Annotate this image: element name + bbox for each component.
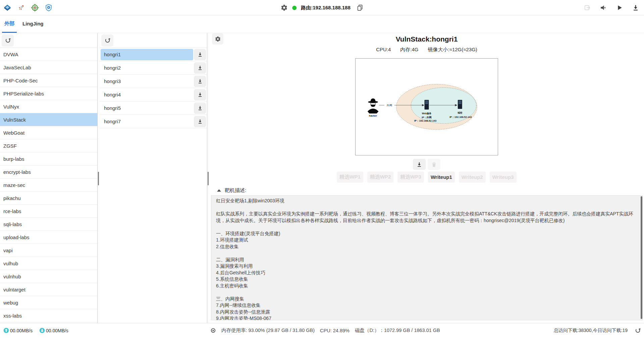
gear-icon[interactable]	[280, 4, 288, 11]
category-list-item[interactable]: upload-labs	[0, 231, 97, 244]
writeup-button[interactable]: 精选WP1	[337, 172, 363, 183]
machine-download-button[interactable]	[194, 49, 206, 60]
category-list-item[interactable]: vapi	[0, 244, 97, 257]
topbar-actions	[584, 4, 644, 11]
tab-item[interactable]: LingJing	[20, 15, 46, 33]
category-list-item[interactable]: pikachu	[0, 192, 97, 205]
machine-panel-header	[100, 33, 207, 48]
machine-download-button[interactable]	[194, 76, 206, 87]
gem-icon[interactable]	[3, 4, 11, 12]
category-list-item[interactable]: WebGoat	[0, 126, 97, 139]
record-eye-icon[interactable]	[210, 328, 216, 333]
writeup-button[interactable]: Writeup3	[490, 172, 517, 183]
machine-item[interactable]: hongri1	[101, 49, 193, 60]
category-label: ZGSF	[3, 143, 17, 149]
tab-label: 外部	[4, 20, 14, 27]
splitter-1	[98, 33, 100, 323]
category-list-item[interactable]: encrypt-labs	[0, 165, 97, 179]
topology-wrap: hacker 外网 Web服务 IP：外网 IP：192.16	[209, 58, 644, 155]
machine-download-button[interactable]	[194, 89, 206, 100]
copy-icon[interactable]	[356, 4, 364, 11]
dc-server-label: 域控	[457, 112, 462, 114]
category-panel-header	[0, 33, 97, 48]
category-list-item[interactable]: xss-labs	[0, 309, 97, 322]
description-title: 靶机描述:	[225, 187, 246, 194]
tab-bar: 外部 LingJing	[0, 15, 644, 33]
category-label: VulnStack	[3, 117, 26, 123]
app-shortcuts	[0, 4, 53, 12]
refresh-icon[interactable]	[635, 327, 641, 334]
writeup-button[interactable]: 精选WP3	[397, 172, 424, 183]
category-list-item[interactable]: burp-labs	[0, 152, 97, 165]
category-list-item[interactable]: ZGSF	[0, 139, 97, 152]
category-list-item[interactable]: rce-labs	[0, 205, 97, 218]
tab-item[interactable]: 外部	[2, 15, 17, 33]
detail-header: VulnStack:hongri1 CPU:4 内存:4G 镜像大小:≈12G(…	[209, 33, 644, 53]
play-icon[interactable]	[616, 4, 623, 11]
wan-label: 外网	[387, 104, 392, 107]
splitter-grip[interactable]	[208, 172, 209, 185]
machine-label: hongri5	[104, 105, 121, 111]
machine-item[interactable]: hongri2	[101, 62, 193, 74]
download-machine-button[interactable]	[413, 159, 426, 170]
download-icon	[197, 52, 203, 57]
machine-refresh-button[interactable]	[101, 35, 113, 47]
description-textarea[interactable]: 红日安全靶场1,剔除win2003环境 红队实战系列，主要以真实企业环境为实例搭…	[211, 196, 642, 320]
category-list-item[interactable]: PHP-Code-Sec	[0, 74, 97, 87]
category-label: xss-labs	[3, 313, 22, 319]
category-list-item[interactable]: vulhub	[0, 257, 97, 270]
refresh-icon	[104, 37, 111, 44]
machine-item[interactable]: hongri5	[101, 103, 193, 114]
category-list-item[interactable]: webug	[0, 296, 97, 309]
category-list-item[interactable]: sqli-labs	[0, 218, 97, 231]
machine-row: hongri3	[100, 75, 207, 88]
collapse-triangle-icon[interactable]	[217, 189, 221, 192]
detail-settings-button[interactable]	[212, 33, 223, 45]
machine-item[interactable]: hongri4	[101, 89, 193, 100]
gear-icon	[215, 36, 221, 42]
writeup-button[interactable]: Writeup1	[428, 172, 455, 183]
download-icon	[197, 105, 203, 111]
category-list-item[interactable]: vulntarget	[0, 283, 97, 296]
category-list-item[interactable]: PHPSerialize-labs	[0, 87, 97, 100]
category-list-item[interactable]: VulNyx	[0, 100, 97, 113]
machine-label: hongri1	[104, 52, 121, 57]
dc-ip: IP：192.168.52.143	[449, 116, 472, 119]
category-list-item[interactable]: VulnStack	[0, 113, 97, 126]
writeup-button[interactable]: 精选WP2	[367, 172, 394, 183]
machine-item[interactable]: hongri3	[101, 76, 193, 87]
speaker-icon[interactable]	[600, 4, 607, 11]
refresh-icon	[5, 37, 11, 44]
splitter-grip[interactable]	[98, 172, 99, 185]
shield-icon[interactable]	[45, 4, 53, 12]
machine-download-button[interactable]	[194, 116, 206, 127]
web-server-icon	[425, 100, 429, 110]
spec-memory: 内存:4G	[400, 47, 418, 53]
category-list-item[interactable]: DVWA	[0, 48, 97, 61]
cpu-usage: CPU: 24.89%	[320, 328, 350, 333]
description-box: 红日安全靶场1,剔除win2003环境 红队实战系列，主要以真实企业环境为实例搭…	[211, 195, 643, 320]
category-label: pikachu	[3, 195, 21, 201]
category-list-item[interactable]: JavaSecLab	[0, 61, 97, 74]
download-icon	[197, 92, 203, 97]
machine-row: hongri4	[100, 88, 207, 102]
hacker-icon	[368, 98, 379, 114]
category-list-item[interactable]: vulnhub	[0, 270, 97, 283]
writeup-button[interactable]: Writeup2	[459, 172, 486, 183]
delete-machine-button[interactable]	[428, 159, 440, 170]
target-icon[interactable]	[31, 4, 39, 12]
machine-item[interactable]: hongri7	[101, 116, 193, 127]
machine-download-button[interactable]	[194, 62, 206, 74]
category-label: vapi	[3, 248, 13, 253]
category-label: VulNyx	[3, 104, 19, 110]
rocket-icon[interactable]	[17, 4, 25, 12]
download-icon[interactable]	[632, 4, 639, 11]
machine-download-button[interactable]	[194, 103, 206, 114]
upload-circle-icon	[3, 328, 9, 333]
category-panel: DVWA JavaSecLab PHP-Code-Sec PHPSerializ…	[0, 33, 98, 323]
export-icon[interactable]	[584, 4, 591, 11]
category-list-item[interactable]: maze-sec	[0, 179, 97, 192]
description-scrollbar-thumb[interactable]	[641, 196, 642, 319]
category-refresh-button[interactable]	[2, 35, 14, 47]
category-label: DVWA	[3, 52, 18, 57]
